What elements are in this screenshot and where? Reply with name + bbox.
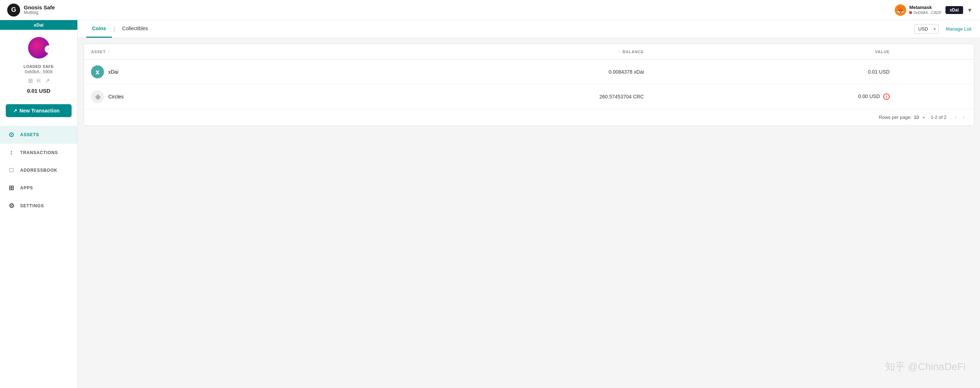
tabs-left: Coins | Collectibles [86,20,154,38]
table-row: ◈ Circles 260.57453704 CRC 0.00 USD i [84,84,974,109]
rows-select-wrapper: 10 25 50 ▾ [914,115,925,120]
assets-table-container: ASSET ↑ ↑ BALANCE VALUE [83,44,974,126]
header: G Gnosis Safe Multisig 🦊 Metamask 0xD9A4… [0,0,980,20]
currency-wrapper: USD EUR GBP ETH ▾ [914,24,939,34]
next-page-button[interactable]: › [960,113,967,122]
balance-cell-xdai: 0.0084378 xDai [336,60,651,84]
circles-logo: ◈ [91,90,104,103]
table-header: ASSET ↑ ↑ BALANCE VALUE [84,44,974,60]
safe-link-button[interactable]: ↗ [45,77,50,84]
addressbook-icon: □ [7,166,16,174]
asset-sort-icon[interactable]: ↑ [108,49,110,54]
safe-address: 0x60bA...5908 [25,69,52,74]
tabs-bar: Coins | Collectibles USD EUR GBP ETH ▾ M… [78,20,980,38]
balance-sort-icon[interactable]: ↑ [619,49,621,54]
rows-per-page-select[interactable]: 10 25 50 [914,115,925,120]
currency-select[interactable]: USD EUR GBP ETH [914,24,939,34]
safe-icon-group: ⊞ ⎘ ↗ [28,77,50,84]
layout: xDai ✓ LOADED SAFE 0x60bA...5908 ⊞ ⎘ ↗ 0… [0,20,980,388]
tab-collectibles[interactable]: Collectibles [116,20,154,38]
logo-icon: G [7,3,20,16]
sidebar-safe-info: ✓ LOADED SAFE 0x60bA...5908 ⊞ ⎘ ↗ 0.01 U… [0,30,77,100]
sidebar-item-apps[interactable]: ⊞ APPS [0,179,77,197]
asset-cell-circles: ◈ Circles [84,84,336,109]
brand-sub: Multisig [24,10,55,15]
sidebar-item-settings[interactable]: ⚙ SETTINGS [0,197,77,215]
settings-icon: ⚙ [7,202,16,210]
safe-label: LOADED SAFE [23,64,54,69]
table-row: x xDai 0.0084378 xDai 0.01 USD [84,60,974,84]
sidebar-item-transactions[interactable]: ↕ TRANSACTIONS [0,144,77,161]
header-right: 🦊 Metamask 0xD9A4...CADF xDai ▾ [895,4,973,16]
safe-balance: 0.01 USD [27,88,50,94]
asset-name-xdai: xDai [108,69,118,75]
sidebar-item-label-assets: ASSETS [20,132,39,137]
sidebar-network-bar: xDai [0,20,77,30]
tab-coins[interactable]: Coins [86,20,112,38]
metamask-info: 🦊 Metamask 0xD9A4...CADF [895,4,942,16]
tab-separator: | [113,25,115,33]
rows-per-page: Rows per page: 10 25 50 ▾ [879,115,925,120]
balance-cell-circles: 260.57453704 CRC [336,84,651,109]
col-balance: ↑ BALANCE [336,44,651,60]
value-cell-xdai: 0.01 USD [651,60,897,84]
main-content: Coins | Collectibles USD EUR GBP ETH ▾ M… [78,20,980,388]
metamask-name: Metamask [909,5,942,10]
brand-name: Gnosis Safe [24,5,55,11]
xdai-logo: x [91,65,104,78]
pagination-buttons: ‹ › [952,113,967,122]
assets-icon: ⊙ [7,131,16,139]
sidebar-item-assets[interactable]: ⊙ ASSETS [0,126,77,144]
safe-qr-button[interactable]: ⊞ [28,77,33,84]
actions-cell-circles [897,84,974,109]
sidebar-item-label-settings: SETTINGS [20,203,44,208]
metamask-avatar: 🦊 [895,4,906,16]
asset-name-circles: Circles [108,94,124,100]
tabs-right: USD EUR GBP ETH ▾ Manage List [914,24,971,34]
new-transaction-button[interactable]: ↗ New Transaction [6,104,72,117]
actions-cell-xdai [897,60,974,84]
col-actions [897,44,974,60]
metamask-details: Metamask 0xD9A4...CADF [909,5,942,15]
manage-list-link[interactable]: Manage List [946,26,971,32]
sidebar-item-label-transactions: TRANSACTIONS [20,150,58,155]
new-tx-icon: ↗ [13,108,17,114]
table-body: x xDai 0.0084378 xDai 0.01 USD ◈ [84,60,974,109]
sidebar: xDai ✓ LOADED SAFE 0x60bA...5908 ⊞ ⎘ ↗ 0… [0,20,78,388]
sidebar-item-label-apps: APPS [20,185,33,190]
logo-text: Gnosis Safe Multisig [24,5,55,16]
account-chevron-button[interactable]: ▾ [967,5,973,16]
sidebar-item-addressbook[interactable]: □ ADDRESSBOOK [0,161,77,179]
metamask-address: 0xD9A4...CADF [909,10,942,15]
col-value: VALUE [651,44,897,60]
safe-copy-button[interactable]: ⎘ [37,77,41,84]
safe-avatar-check: ✓ [45,45,52,53]
asset-cell-xdai: x xDai [84,60,336,84]
network-badge[interactable]: xDai [945,6,963,14]
sidebar-nav: ⊙ ASSETS ↕ TRANSACTIONS □ ADDRESSBOOK ⊞ … [0,123,77,388]
col-asset: ASSET ↑ [84,44,336,60]
value-cell-circles: 0.00 USD i [651,84,897,109]
prev-page-button[interactable]: ‹ [952,113,959,122]
header-left: G Gnosis Safe Multisig [7,3,55,16]
sidebar-item-label-addressbook: ADDRESSBOOK [20,168,57,173]
status-dot [909,11,912,14]
assets-table: ASSET ↑ ↑ BALANCE VALUE [84,44,974,109]
apps-icon: ⊞ [7,184,16,192]
pagination-info: 1-2 of 2 [931,115,947,120]
info-icon-circles[interactable]: i [883,93,890,100]
table-footer: Rows per page: 10 25 50 ▾ 1-2 of 2 ‹ › [84,109,974,125]
transactions-icon: ↕ [7,149,16,156]
